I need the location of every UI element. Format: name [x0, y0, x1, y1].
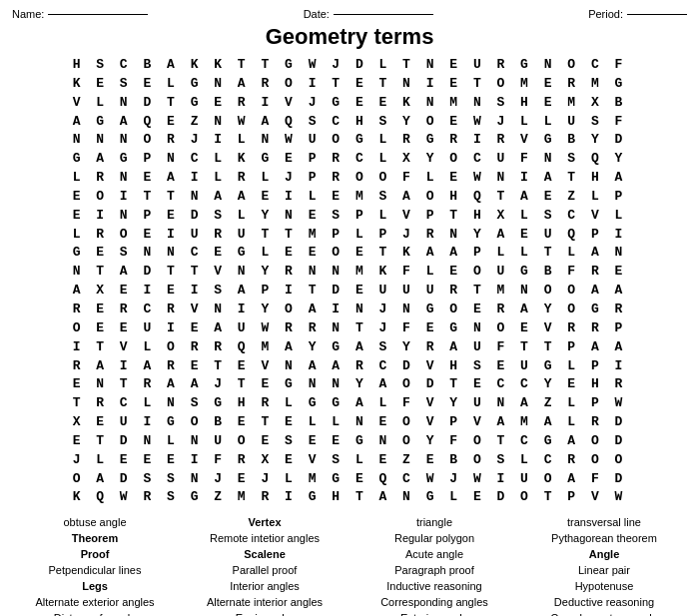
grid-row: R A I A R E T E V N A A R C D V H S E U …: [73, 357, 627, 376]
grid-row: O A D S S N J E J L M G E Q C W J W I U …: [73, 470, 627, 489]
grid-row: J L E E E I F R X E V S L E Z E B O S L …: [73, 451, 627, 470]
word-column-0: obtuse angleTheoremProofPetpendicular li…: [12, 515, 178, 616]
grid-row: N T A D T T V N Y R N N M K F L E O U G …: [73, 263, 627, 282]
period-underline: [627, 14, 687, 15]
grid-row: G A G P N C L K G E P R C L X Y O C U F …: [73, 150, 627, 169]
word-item: Legs: [12, 579, 178, 593]
grid-row: K E S E L G N A R O I T E T N I E T O M …: [73, 75, 627, 94]
word-item: Alternate interior angles: [182, 595, 348, 609]
word-column-2: triangleRegular polygonAcute angleParagr…: [351, 515, 517, 616]
grid-row: X E U I G O B E T E L L N E O V P V A M …: [73, 413, 627, 432]
header-row: Name: Date: Period:: [12, 8, 687, 20]
name-field: Name:: [12, 8, 148, 20]
grid-row: L R O E I U R U T T M P L P J R N Y A E …: [73, 226, 627, 245]
word-item: Interior angles: [182, 579, 348, 593]
word-item: Equiangular: [182, 611, 348, 616]
word-item: Exterior angle: [351, 611, 517, 616]
grid-row: O E E U I E A U W R R N T J F E G N O E …: [73, 319, 627, 338]
word-item: Parallel proof: [182, 563, 348, 577]
word-item: Deductive reasoning: [521, 595, 687, 609]
date-underline: [334, 14, 433, 15]
word-search-grid: H S C B A K K T T G W J D L T N E U R G …: [73, 56, 627, 507]
grid-row: N N N O R J I L N W U O G L R G R I R V …: [73, 131, 627, 150]
word-item: Remote intetior angles: [182, 531, 348, 545]
word-item: Inductive reasoning: [351, 579, 517, 593]
name-underline: [48, 14, 148, 15]
word-item: transversal line: [521, 515, 687, 529]
grid-row: A G A Q E Z N W A Q S C H S Y O E W J L …: [73, 113, 627, 132]
word-item: Scalene: [182, 547, 348, 561]
word-item: Proof: [12, 547, 178, 561]
word-item: Theorem: [12, 531, 178, 545]
word-item: Linear pair: [521, 563, 687, 577]
word-item: Petpendicular lines: [12, 563, 178, 577]
word-column-3: transversal linePythagorean theoremAngle…: [521, 515, 687, 616]
word-item: Hypotenuse: [521, 579, 687, 593]
grid-row: L R N E A I L R L J P R O O F L E W N I …: [73, 169, 627, 188]
word-item: Distance formula: [12, 611, 178, 616]
grid-row: V L N D T G E R I V J G E E K N M N S H …: [73, 94, 627, 113]
word-item: Pythagorean theorem: [521, 531, 687, 545]
word-item: Corresponding angles: [351, 595, 517, 609]
name-label: Name:: [12, 8, 44, 20]
word-item: Vertex: [182, 515, 348, 529]
word-item: Angle: [521, 547, 687, 561]
period-field: Period:: [588, 8, 687, 20]
grid-row: E O I T T N A A E I L E M S A O H Q T A …: [73, 188, 627, 207]
grid-row: A X E I E I S A P I T D E U U U R T M N …: [73, 282, 627, 301]
period-label: Period:: [588, 8, 623, 20]
word-column-1: VertexRemote intetior anglesScaleneParal…: [182, 515, 348, 616]
grid-row: R E R C R V N I Y O A I N J N G O E R A …: [73, 301, 627, 319]
grid-row: E I N P E D S L Y N E S P L V P T H X L …: [73, 207, 627, 226]
word-item: Paragraph proof: [351, 563, 517, 577]
grid-row: I T V L O R R Q M A Y G A S Y R A U F T …: [73, 338, 627, 357]
word-item: Regular polygon: [351, 531, 517, 545]
word-list: obtuse angleTheoremProofPetpendicular li…: [12, 515, 687, 616]
word-item: Complementary angle: [521, 611, 687, 616]
grid-row: E N T R A A J T E G N N Y A O D T E C C …: [73, 375, 627, 394]
date-label: Date:: [304, 8, 330, 20]
grid-row: K Q W R S G Z M R I G H T A N G L E D O …: [73, 488, 627, 507]
word-item: Acute angle: [351, 547, 517, 561]
date-field: Date:: [304, 8, 433, 20]
grid-row: H S C B A K K T T G W J D L T N E U R G …: [73, 56, 627, 75]
grid-row: E T D N L N U O E S E E G N O Y F O T C …: [73, 432, 627, 451]
grid-container: H S C B A K K T T G W J D L T N E U R G …: [12, 56, 687, 507]
word-item: Alternate exterior angles: [12, 595, 178, 609]
word-item: obtuse angle: [12, 515, 178, 529]
page-title: Geometry terms: [12, 24, 687, 50]
grid-row: G E S N N C E G L E E O E T K A A P L L …: [73, 244, 627, 263]
grid-row: T R C L N S G H R L G G A L F V Y U N A …: [73, 394, 627, 413]
word-item: triangle: [351, 515, 517, 529]
